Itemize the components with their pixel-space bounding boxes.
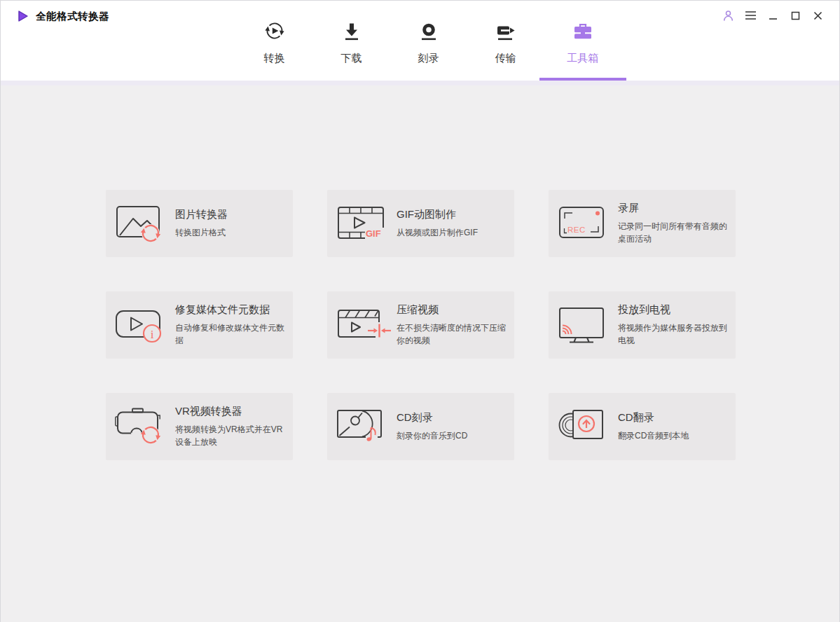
card-desc: 在不损失清晰度的情况下压缩你的视频 (397, 322, 507, 347)
image-converter-icon (115, 204, 171, 243)
tab-burn[interactable]: 刻录 (393, 22, 464, 65)
card-vr-converter[interactable]: VR视频转换器 将视频转换为VR格式并在VR设备上放映 (106, 393, 293, 460)
card-desc: 刻录你的音乐到CD (397, 430, 507, 442)
card-title: 投放到电视 (618, 303, 729, 317)
cd-rip-icon (558, 407, 614, 446)
convert-icon (264, 22, 285, 46)
card-cd-burn[interactable]: CD刻录 刻录你的音乐到CD (327, 393, 514, 460)
header: 全能格式转换器 (1, 1, 839, 81)
screen-recorder-icon: REC (558, 204, 614, 243)
card-gif-maker[interactable]: GIF GIF动图制作 从视频或图片制作GIF (327, 190, 514, 257)
play-logo-icon (17, 10, 29, 22)
card-title: CD刻录 (397, 411, 507, 424)
card-title: 修复媒体文件元数据 (175, 303, 286, 317)
tab-download-label: 下载 (341, 52, 362, 65)
tab-toolbox-label: 工具箱 (567, 52, 598, 65)
tab-transfer-label: 传输 (495, 52, 516, 65)
cd-burn-icon (336, 407, 392, 446)
toolbox-icon (572, 22, 593, 46)
tab-burn-label: 刻录 (418, 52, 439, 65)
header-divider (1, 81, 839, 85)
card-compress-video[interactable]: 压缩视频 在不损失清晰度的情况下压缩你的视频 (327, 291, 514, 359)
info-badge: i (151, 328, 154, 341)
card-desc: 将视频作为媒体服务器投放到电视 (618, 322, 729, 347)
card-cd-rip[interactable]: CD翻录 翻录CD音频到本地 (549, 393, 736, 460)
active-tab-underline (539, 78, 626, 81)
card-fix-metadata[interactable]: i 修复媒体文件元数据 自动修复和修改媒体文件元数据 (106, 291, 293, 359)
card-title: 压缩视频 (397, 303, 507, 317)
tab-convert[interactable]: 转换 (239, 22, 310, 65)
card-desc: 翻录CD音频到本地 (618, 430, 729, 442)
tab-download[interactable]: 下载 (316, 22, 387, 65)
app-title: 全能格式转换器 (36, 10, 109, 23)
card-screen-recorder[interactable]: REC 录屏 记录同一时间所有带有音频的桌面活动 (549, 190, 736, 257)
download-icon (341, 22, 362, 46)
toolbox-panel: 图片转换器 转换图片格式 GIF (1, 85, 839, 622)
gif-badge: GIF (366, 228, 381, 239)
tab-convert-label: 转换 (264, 52, 285, 65)
fix-metadata-icon: i (115, 305, 171, 345)
card-title: 录屏 (618, 202, 729, 215)
card-title: GIF动图制作 (397, 208, 507, 221)
main-nav: 转换 下载 刻录 (9, 22, 840, 65)
transfer-icon (495, 22, 516, 46)
card-desc: 记录同一时间所有带有音频的桌面活动 (618, 221, 729, 245)
compress-video-icon (336, 305, 392, 345)
card-desc: 自动修复和修改媒体文件元数据 (175, 322, 286, 347)
card-title: CD翻录 (618, 411, 729, 424)
tab-transfer[interactable]: 传输 (470, 22, 542, 65)
card-cast-to-tv[interactable]: 投放到电视 将视频作为媒体服务器投放到电视 (549, 291, 736, 359)
card-desc: 转换图片格式 (175, 227, 286, 239)
card-desc: 从视频或图片制作GIF (397, 227, 507, 239)
card-title: VR视频转换器 (175, 405, 286, 418)
tool-card-grid: 图片转换器 转换图片格式 GIF (1, 85, 839, 460)
tab-toolbox[interactable]: 工具箱 (547, 22, 619, 65)
card-desc: 将视频转换为VR格式并在VR设备上放映 (175, 424, 286, 448)
card-image-converter[interactable]: 图片转换器 转换图片格式 (106, 190, 293, 257)
gif-maker-icon: GIF (336, 204, 392, 243)
cast-to-tv-icon (558, 305, 614, 345)
burn-icon (418, 22, 439, 46)
rec-badge: REC (567, 226, 586, 234)
card-title: 图片转换器 (175, 208, 286, 221)
app-window: 全能格式转换器 (0, 0, 840, 622)
vr-converter-icon (115, 407, 171, 446)
